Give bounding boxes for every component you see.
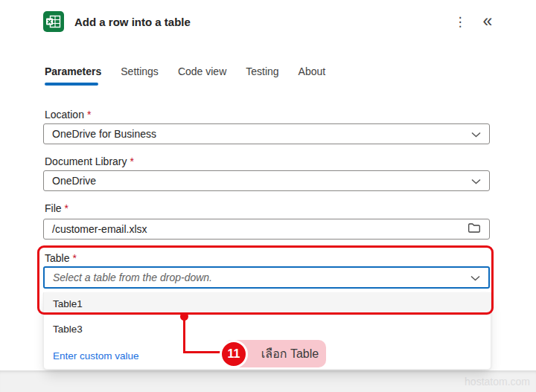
chevron-down-icon[interactable]	[471, 128, 481, 140]
option-table3[interactable]: Table3	[44, 315, 491, 343]
file-label: File*	[45, 202, 68, 214]
option-table1[interactable]: Table1	[44, 292, 491, 315]
location-value: OneDrive for Business	[52, 128, 156, 140]
document-library-value: OneDrive	[52, 175, 96, 187]
required-asterisk: *	[87, 109, 91, 121]
folder-picker-icon[interactable]	[468, 222, 481, 236]
annotation-step-number: 11	[220, 340, 248, 368]
page-title: Add a row into a table	[74, 16, 191, 28]
tab-about[interactable]: About	[299, 65, 326, 83]
document-library-dropdown[interactable]: OneDrive	[43, 170, 490, 191]
chevron-down-icon[interactable]	[471, 175, 481, 187]
document-library-label: Document Library*	[45, 155, 134, 167]
annotation-connector-dot	[180, 312, 188, 321]
table-placeholder: Select a table from the drop-down.	[53, 271, 212, 283]
required-asterisk: *	[65, 202, 68, 214]
more-options-icon[interactable]: ⋮	[453, 13, 468, 31]
table-dropdown[interactable]: Select a table from the drop-down.	[43, 266, 490, 289]
file-input[interactable]: /customer-email.xlsx	[43, 219, 490, 240]
watermark: hostatom.com	[465, 376, 530, 388]
tab-parameters[interactable]: Parameters	[45, 65, 101, 83]
tab-settings[interactable]: Settings	[121, 65, 159, 83]
required-asterisk: *	[72, 252, 76, 264]
action-panel: Add a row into a table ⋮ « Parameters Se…	[0, 0, 536, 392]
location-dropdown[interactable]: OneDrive for Business	[43, 123, 490, 144]
excel-icon	[43, 11, 64, 32]
tab-bar: Parameters Settings Code view Testing Ab…	[45, 65, 325, 83]
page-background-strip	[0, 370, 536, 392]
tab-code-view[interactable]: Code view	[178, 65, 226, 83]
file-value: /customer-email.xlsx	[52, 223, 147, 235]
collapse-panel-icon[interactable]: «	[479, 10, 497, 31]
required-asterisk: *	[130, 155, 134, 167]
table-label: Table*	[45, 252, 77, 264]
tab-testing[interactable]: Testing	[246, 65, 278, 83]
active-tab-indicator	[45, 83, 98, 86]
chevron-down-icon[interactable]	[470, 271, 480, 283]
location-label: Location*	[45, 109, 91, 121]
